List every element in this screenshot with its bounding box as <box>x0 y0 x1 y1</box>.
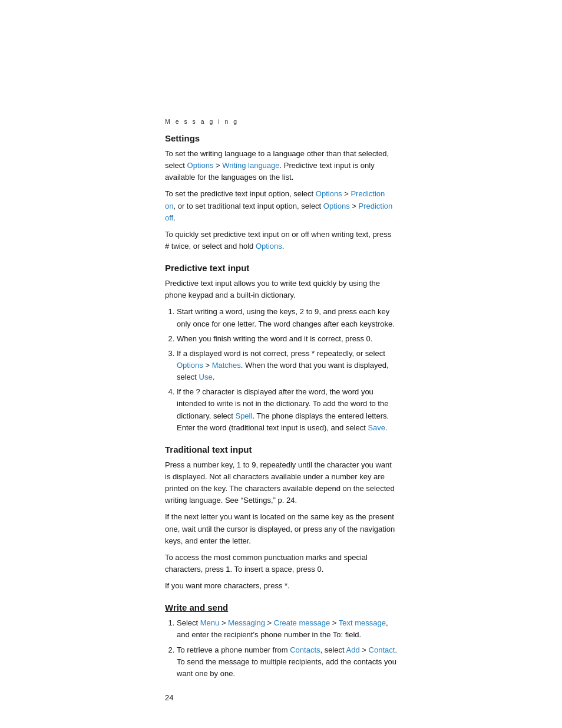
write-text-message-link[interactable]: Text message <box>339 618 386 627</box>
settings-heading: Settings <box>165 133 397 143</box>
write-contacts-link[interactable]: Contacts <box>290 645 320 654</box>
settings-para2-after: . <box>173 213 176 222</box>
predictive-text-intro: Predictive text input allows you to writ… <box>165 278 397 301</box>
settings-section: Settings To set the writing language to … <box>165 133 397 252</box>
predictive-use-link[interactable]: Use <box>199 373 213 381</box>
write-item2-middle1: , select <box>320 645 346 654</box>
write-create-message-link[interactable]: Create message <box>274 618 330 627</box>
write-item2-before: To retrieve a phone number from <box>177 645 290 654</box>
settings-options-link3[interactable]: Options <box>323 202 350 210</box>
write-and-send-section: Write and send Select Menu > Messaging >… <box>165 602 397 680</box>
settings-para2-middle1: > <box>342 189 351 198</box>
settings-para1: To set the writing language to a languag… <box>165 148 397 183</box>
write-item1-middle3: > <box>330 618 339 627</box>
list-item: Select Menu > Messaging > Create message… <box>177 617 397 641</box>
settings-para1-middle: > <box>213 161 222 170</box>
predictive-save-link[interactable]: Save <box>368 423 385 432</box>
write-menu-link[interactable]: Menu <box>200 618 220 627</box>
settings-options-link2[interactable]: Options <box>316 189 342 198</box>
traditional-text-heading: Traditional text input <box>165 444 397 454</box>
predictive-matches-link[interactable]: Matches <box>212 361 241 370</box>
write-contact-link[interactable]: Contact <box>369 645 395 654</box>
settings-para2-before: To set the predictive text input option,… <box>165 189 316 198</box>
list-item: To retrieve a phone number from Contacts… <box>177 644 397 680</box>
predictive-item1: Start writing a word, using the keys, 2 … <box>177 307 395 328</box>
predictive-spell-link[interactable]: Spell <box>235 411 252 420</box>
write-item1-before: Select <box>177 618 200 627</box>
write-item2-middle2: > <box>360 645 369 654</box>
page-number: 24 <box>165 693 173 702</box>
traditional-text-para1: Press a number key, 1 to 9, repeatedly u… <box>165 459 397 507</box>
list-item: When you finish writing the word and it … <box>177 333 397 345</box>
list-item: Start writing a word, using the keys, 2 … <box>177 306 397 330</box>
traditional-text-para4: If you want more characters, press *. <box>165 580 397 592</box>
settings-para2-middle2: , or to set traditional text input optio… <box>173 202 323 210</box>
write-item1-middle2: > <box>265 618 274 627</box>
predictive-text-heading: Predictive text input <box>165 263 397 273</box>
settings-options-link4[interactable]: Options <box>256 242 282 251</box>
predictive-text-list: Start writing a word, using the keys, 2 … <box>177 306 397 433</box>
settings-para2: To set the predictive text input option,… <box>165 188 397 223</box>
predictive-item3-before: If a displayed word is not correct, pres… <box>177 349 385 358</box>
predictive-item4-after: . <box>385 423 388 432</box>
write-add-link[interactable]: Add <box>346 645 360 654</box>
settings-writing-language-link[interactable]: Writing language <box>222 161 279 170</box>
predictive-options-link[interactable]: Options <box>177 361 203 370</box>
write-and-send-list: Select Menu > Messaging > Create message… <box>177 617 397 680</box>
traditional-text-para2: If the next letter you want is located o… <box>165 511 397 546</box>
list-item: If a displayed word is not correct, pres… <box>177 348 397 383</box>
write-messaging-link[interactable]: Messaging <box>228 618 265 627</box>
write-and-send-heading: Write and send <box>165 602 397 612</box>
predictive-item2: When you finish writing the word and it … <box>177 334 372 343</box>
write-item1-middle1: > <box>219 618 228 627</box>
settings-para3: To quickly set predictive text input on … <box>165 229 397 252</box>
predictive-item3-after: . <box>213 373 215 381</box>
list-item: If the ? character is displayed after th… <box>177 386 397 434</box>
page-content: M e s s a g i n g Settings To set the wr… <box>0 0 562 728</box>
settings-para3-after: . <box>282 242 285 251</box>
section-label: M e s s a g i n g <box>165 118 397 125</box>
settings-options-link1[interactable]: Options <box>187 161 214 170</box>
traditional-text-para3: To access the most common punctuation ma… <box>165 552 397 575</box>
traditional-text-section: Traditional text input Press a number ke… <box>165 444 397 592</box>
settings-para2-middle3: > <box>350 202 359 210</box>
predictive-item3-middle1: > <box>203 361 212 370</box>
predictive-text-section: Predictive text input Predictive text in… <box>165 263 397 434</box>
